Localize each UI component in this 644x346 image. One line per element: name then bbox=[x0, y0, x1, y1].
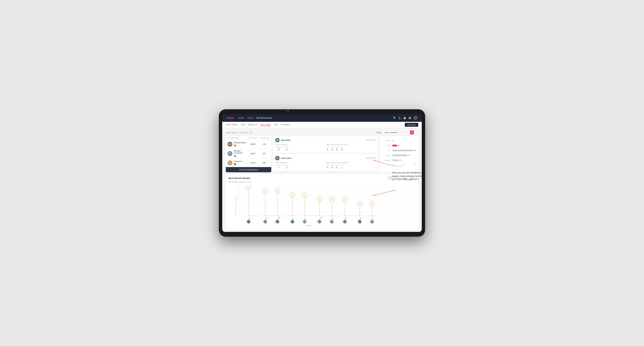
ott-stat: OTT 0 bbox=[326, 164, 329, 169]
avatar: RB bbox=[228, 142, 232, 147]
avatar: EC bbox=[228, 151, 232, 156]
tournament-label: Tournament bbox=[275, 146, 282, 148]
nav-my-performance[interactable]: My Performance bbox=[256, 117, 272, 119]
y-ticks: 7 6 5 4 3 2 1 0 bbox=[228, 185, 239, 216]
player-name: Edward Crossman bbox=[234, 150, 247, 154]
player-name: Richard Butler bbox=[234, 142, 246, 144]
col-pb-avg-sq: PB AVG SQ bbox=[259, 137, 270, 139]
subnav-actions: Add Team bbox=[405, 123, 418, 127]
subnav-team-clippd[interactable]: Team Clippd bbox=[260, 123, 271, 126]
bar-row-pars: 499 bbox=[392, 150, 416, 151]
ott-label: OTT bbox=[326, 146, 329, 148]
brand-logo: clippd bbox=[226, 116, 234, 120]
pb-score: 17/20 bbox=[247, 162, 259, 164]
nav-teams[interactable]: Teams bbox=[247, 117, 253, 119]
col-pb-score: PB SCORE bbox=[247, 137, 259, 139]
practice-value: 2 bbox=[286, 166, 287, 169]
total-rounds-group: Total Rounds Tournament 7 Practice bbox=[275, 162, 325, 169]
bar-value: 131 bbox=[399, 159, 402, 161]
view-table-icon[interactable]: ↕ bbox=[414, 131, 418, 134]
putt-value: 1 bbox=[341, 166, 342, 169]
grid-line-2 bbox=[239, 208, 416, 208]
nav-home[interactable]: Home bbox=[238, 117, 244, 119]
ott-value: 0 bbox=[327, 166, 328, 169]
practice-value: 4 bbox=[286, 148, 287, 151]
bar-value: 311 bbox=[408, 155, 410, 156]
pb-avg-sq: 107 bbox=[259, 153, 270, 155]
tournament-value: 8 bbox=[278, 148, 280, 151]
annotation-arrow-top bbox=[371, 157, 397, 174]
add-team-button[interactable]: Add Team bbox=[405, 123, 418, 127]
practice-activities-group: Total Practice Activities OTT 0 APP bbox=[326, 162, 376, 169]
view-icons: ⊞ ≡ ▦ ↕ bbox=[401, 131, 418, 134]
search-icon[interactable]: 🔍 bbox=[393, 117, 396, 119]
bar-label-eagles: Eagles bbox=[382, 140, 392, 141]
player-info: CA Cameron... 3 bbox=[228, 160, 247, 166]
rank-badge: 1 bbox=[234, 144, 236, 147]
subnav-pga[interactable]: PGA bbox=[241, 124, 245, 126]
subnav-hcaps[interactable]: Hcaps 1-5 bbox=[248, 124, 257, 126]
arg-stat: ARG 0 bbox=[335, 146, 338, 151]
practice-activities-label: Total Practice Activities bbox=[326, 144, 376, 146]
team-title-area: Team Clippd | 14 Players ✏️ bbox=[226, 131, 252, 134]
view-cards-icon[interactable]: ▦ bbox=[410, 131, 414, 134]
main-content: Team Clippd | 14 Players ✏️ Show Last 3 … bbox=[222, 128, 422, 232]
subnav-tour[interactable]: Tour bbox=[274, 124, 278, 126]
show-label: Show bbox=[376, 131, 382, 134]
table-row[interactable]: CA Cameron... 3 17/20 103 bbox=[226, 159, 271, 167]
card-stats: Total Rounds Tournament 8 Practice bbox=[275, 144, 376, 151]
x-label-400: 400 bbox=[414, 163, 416, 165]
table-row[interactable]: EC Edward Crossman 2 18/20 107 bbox=[226, 148, 271, 159]
putt-stat: PUTT 1 bbox=[340, 164, 344, 169]
putt-label: PUTT bbox=[340, 164, 344, 166]
tournament-label: Tournament bbox=[275, 164, 282, 166]
bar-label-bogeys: Bogeys bbox=[382, 155, 392, 156]
x-label-200: 200 bbox=[402, 163, 404, 165]
svg-point-11 bbox=[264, 220, 267, 223]
svg-text:Players: Players bbox=[306, 225, 312, 226]
view-grid-icon[interactable]: ⊞ bbox=[401, 131, 405, 134]
player-info: EC Edward Crossman 2 bbox=[228, 150, 247, 157]
subnav-all-players[interactable]: All Players bbox=[281, 124, 290, 126]
filter-dropdown[interactable]: Last 3 months ▾ bbox=[383, 131, 400, 134]
y-tick-1: 1 bbox=[238, 211, 238, 212]
leaderboard-panel: PLAYER NAME PB SCORE PB AVG SQ RB Richar… bbox=[226, 136, 271, 173]
team-header: Team Clippd | 14 Players ✏️ Show Last 3 … bbox=[226, 131, 418, 134]
team-title: Team Clippd | 14 Players bbox=[226, 132, 249, 134]
arg-stat: ARG 0 bbox=[335, 164, 338, 169]
edit-icon[interactable]: ✏️ bbox=[250, 132, 252, 134]
app-value: 0 bbox=[332, 148, 333, 151]
rank-badge: 2 bbox=[234, 155, 236, 157]
person-icon[interactable]: 👤 bbox=[398, 117, 401, 119]
annotation-text: Here you can see streaks your players ha… bbox=[392, 171, 427, 181]
bar-row-eagles: 3 bbox=[392, 140, 416, 142]
bell-icon[interactable]: 🔔 bbox=[403, 117, 406, 119]
avatar: CA bbox=[228, 161, 232, 165]
bar-value: 499 bbox=[414, 150, 416, 151]
app-stat: APP 0 bbox=[331, 164, 334, 169]
stat-row: OTT 0 APP 0 ARG bbox=[326, 164, 376, 169]
total-rounds-label: Total Rounds bbox=[275, 144, 325, 146]
svg-point-17 bbox=[276, 220, 279, 223]
grid-line-1 bbox=[239, 212, 416, 212]
practice-stat: Practice 2 bbox=[284, 164, 289, 169]
tournament-value: 7 bbox=[278, 166, 280, 169]
chevron-down-icon: ▾ bbox=[397, 131, 398, 134]
stat-row: Tournament 7 Practice 2 bbox=[275, 164, 325, 169]
settings-icon[interactable]: ⚙️ bbox=[408, 117, 411, 119]
table-row[interactable]: RB Richard Butler 1 19/20 110 bbox=[226, 140, 271, 149]
player-info: RB Richard Butler 1 bbox=[228, 142, 247, 147]
ott-value: 0 bbox=[327, 148, 328, 151]
subnav-pgat[interactable]: PGAT Players bbox=[226, 124, 238, 126]
player-card-name: Rees Britt bbox=[281, 139, 290, 141]
y-tick-3: 3 bbox=[238, 203, 238, 204]
view-full-leaderboard-button[interactable]: View Full Leaderboard bbox=[226, 167, 271, 172]
app-value: 0 bbox=[332, 166, 333, 169]
annotation-box: Here you can see streaks your players ha… bbox=[392, 171, 427, 181]
avatar[interactable] bbox=[413, 116, 418, 120]
svg-point-29 bbox=[303, 220, 306, 223]
bar-fill bbox=[392, 145, 397, 147]
view-list-icon[interactable]: ≡ bbox=[406, 131, 410, 134]
player-name: Cameron... bbox=[234, 160, 243, 162]
y-tick-0: 0 bbox=[238, 215, 238, 216]
